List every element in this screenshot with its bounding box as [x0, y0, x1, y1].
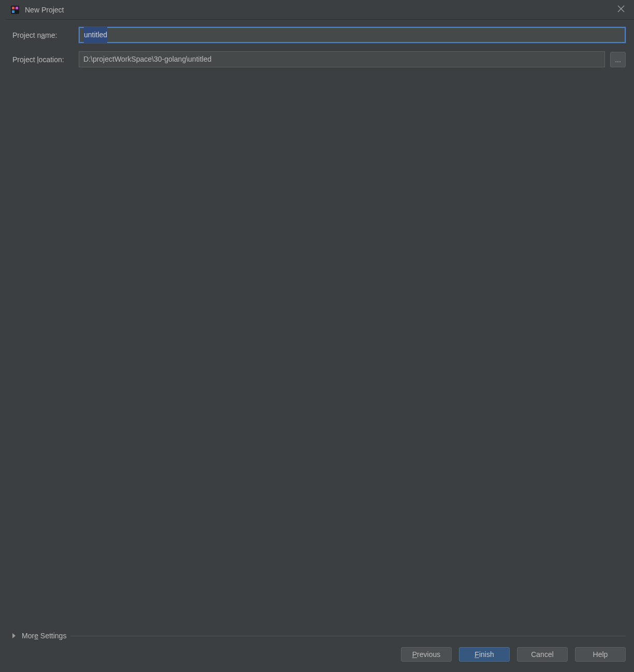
app-icon	[10, 5, 20, 15]
project-location-label: Project location:	[12, 55, 79, 64]
titlebar: New Project	[5, 0, 634, 20]
project-location-row: Project location: D:\projectWorkSpace\30…	[12, 51, 626, 67]
more-settings-label: More Settings	[22, 632, 66, 640]
finish-button[interactable]: Finish	[459, 647, 510, 662]
finish-button-label: Finish	[474, 650, 494, 659]
previous-button-label: Previous	[412, 650, 440, 659]
more-settings-divider	[70, 636, 626, 636]
close-button[interactable]	[613, 2, 629, 18]
dialog-content: Project name: untitled Project location:…	[5, 20, 634, 647]
project-name-label: Project name:	[12, 31, 79, 39]
browse-button[interactable]: ...	[610, 52, 626, 67]
svg-rect-1	[12, 7, 15, 9]
dialog-title: New Project	[25, 6, 613, 14]
more-settings-toggle[interactable]: More Settings	[12, 628, 626, 647]
new-project-dialog: New Project Project name: untitled Proje…	[5, 0, 634, 672]
project-name-row: Project name: untitled	[12, 27, 626, 43]
project-location-input[interactable]: D:\projectWorkSpace\30-golang\untitled	[79, 51, 605, 67]
project-name-input[interactable]: untitled	[79, 27, 626, 43]
previous-button[interactable]: Previous	[401, 647, 452, 662]
cancel-button-label: Cancel	[531, 650, 554, 659]
project-location-value: D:\projectWorkSpace\30-golang\untitled	[83, 52, 211, 67]
button-bar: Previous Finish Cancel Help	[5, 647, 634, 672]
svg-rect-3	[16, 7, 18, 9]
cancel-button[interactable]: Cancel	[517, 647, 568, 662]
content-spacer	[12, 76, 626, 628]
help-button-label: Help	[593, 650, 608, 659]
expand-icon	[12, 633, 16, 638]
close-icon	[617, 5, 625, 14]
svg-rect-2	[12, 10, 15, 13]
form-area: Project name: untitled Project location:…	[12, 27, 626, 76]
ellipsis-icon: ...	[615, 55, 621, 64]
help-button[interactable]: Help	[575, 647, 626, 662]
bg-sidebar-strip	[0, 0, 5, 672]
project-name-value-selected: untitled	[84, 27, 107, 43]
project-location-input-wrap: D:\projectWorkSpace\30-golang\untitled .…	[79, 51, 626, 67]
